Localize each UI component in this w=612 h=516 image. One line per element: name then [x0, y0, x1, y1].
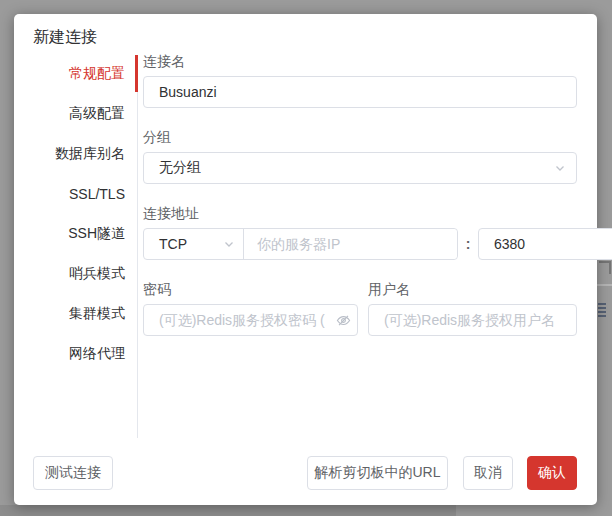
footer-right: 解析剪切板中的URL 取消 确认 [307, 456, 577, 490]
username-field-group: 用户名 [368, 280, 577, 336]
protocol-select[interactable]: TCP [144, 229, 244, 259]
address-label: 连接地址 [143, 204, 577, 222]
host-input[interactable] [244, 229, 457, 259]
footer-left: 测试连接 [33, 456, 113, 490]
connection-name-label: 连接名 [143, 52, 577, 70]
background-artifact [599, 261, 611, 274]
username-input[interactable] [368, 304, 577, 336]
eye-off-icon[interactable] [335, 312, 351, 328]
password-input[interactable] [143, 304, 358, 336]
tab-advanced-config[interactable]: 高级配置 [14, 94, 137, 134]
cancel-button[interactable]: 取消 [463, 456, 513, 490]
connection-name-row: 连接名 [143, 52, 577, 108]
host-port-separator: : [458, 236, 478, 252]
background-artifact [0, 505, 456, 516]
address-input-group: TCP [143, 228, 458, 260]
confirm-button[interactable]: 确认 [527, 456, 577, 490]
test-connection-button[interactable]: 测试连接 [33, 456, 113, 490]
dialog-title: 新建连接 [33, 26, 97, 48]
protocol-select-value: TCP [159, 236, 187, 252]
group-label: 分组 [143, 128, 577, 146]
tab-db-alias[interactable]: 数据库别名 [14, 134, 137, 174]
parse-clipboard-url-button[interactable]: 解析剪切板中的URL [307, 456, 448, 490]
tab-general-config[interactable]: 常规配置 [14, 54, 137, 94]
connection-form: 连接名 分组 无分组 连接地址 TCP [143, 52, 577, 336]
tab-ssh-tunnel[interactable]: SSH隧道 [14, 214, 137, 254]
group-select-value: 无分组 [159, 159, 201, 177]
tab-ssl-tls[interactable]: SSL/TLS [14, 174, 137, 214]
port-input[interactable] [478, 228, 612, 260]
connection-name-input[interactable] [143, 76, 577, 108]
credentials-row: 密码 用户名 [143, 280, 577, 336]
new-connection-dialog: 新建连接 常规配置 高级配置 数据库别名 SSL/TLS SSH隧道 哨兵模式 … [14, 14, 597, 505]
tabs-divider [137, 57, 138, 438]
settings-tabs: 常规配置 高级配置 数据库别名 SSL/TLS SSH隧道 哨兵模式 集群模式 … [14, 54, 137, 374]
active-tab-indicator [135, 55, 138, 92]
tab-sentinel-mode[interactable]: 哨兵模式 [14, 254, 137, 294]
background-artifact [597, 284, 612, 286]
address-row: 连接地址 TCP : [143, 204, 577, 260]
tab-cluster-mode[interactable]: 集群模式 [14, 294, 137, 334]
modal-overlay: 新建连接 常规配置 高级配置 数据库别名 SSL/TLS SSH隧道 哨兵模式 … [0, 0, 612, 516]
group-row: 分组 无分组 [143, 128, 577, 184]
chevron-down-icon [554, 162, 566, 174]
chevron-down-icon [223, 238, 235, 250]
username-label: 用户名 [368, 280, 577, 298]
background-artifact [598, 303, 606, 317]
group-select[interactable]: 无分组 [143, 152, 577, 184]
password-label: 密码 [143, 280, 358, 298]
password-field-group: 密码 [143, 280, 358, 336]
tab-network-proxy[interactable]: 网络代理 [14, 334, 137, 374]
